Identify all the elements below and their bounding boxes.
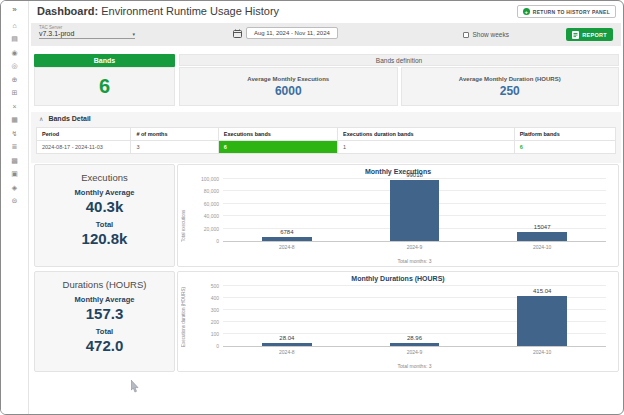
y-tick-label: 60,000 [204, 201, 219, 207]
sidebar: » ⌂ ▤ ◉ ◎ ⊕ ⊞ × ▦ ↯ ≣ ▩ ▣ ◈ ⊜ [1, 1, 29, 414]
monthly-durations-chart-title: Monthly Durations (HOURS) [178, 275, 618, 282]
show-weeks-label: Show weeks [473, 31, 510, 38]
show-weeks-group: Show weeks [463, 31, 510, 38]
x-tick-label: 2024-10 [533, 244, 551, 250]
bands-detail-table: Period # of months Executions bands Exec… [36, 127, 616, 154]
page-title-text: Environment Runtime Usage History [98, 5, 279, 17]
bar-value-label: 99018 [406, 172, 423, 178]
y-tick-label: 20,000 [204, 226, 219, 232]
table-header-row: Period # of months Executions bands Exec… [37, 128, 616, 141]
lightning-icon[interactable]: ↯ [1, 129, 28, 138]
avg-monthly-executions-card: Average Monthly Executions 6000 [179, 67, 398, 106]
return-to-history-panel-button[interactable]: + RETURN TO HISTORY PANEL [517, 5, 616, 18]
return-icon: + [523, 8, 530, 15]
tac-server-value: v7.3.1-prod [39, 30, 74, 37]
expand-sidebar-icon[interactable]: » [1, 5, 28, 14]
chevron-down-icon: ▾ [132, 31, 135, 37]
y-tick-label: 400 [211, 295, 219, 301]
collapse-caret-icon[interactable]: ∧ [39, 116, 43, 122]
feedback-icon[interactable]: ⊜ [1, 196, 28, 205]
globe-icon[interactable]: ◉ [1, 48, 28, 57]
x-tick-label: 2024-8 [279, 349, 295, 355]
bar-value-label: 15047 [534, 224, 551, 230]
bar-value-label: 6784 [280, 229, 293, 235]
tac-server-field: TAC Server v7.3.1-prod ▾ [39, 25, 135, 39]
x-axis-caption: Total months: 3 [223, 363, 606, 369]
y-tick-label: 100 [211, 331, 219, 337]
mouse-cursor [131, 380, 140, 393]
col-months: # of months [131, 128, 218, 141]
date-range-input[interactable]: Aug 11, 2024 - Nov 11, 2024 [246, 27, 338, 39]
executions-avg-value: 40.3k [86, 198, 124, 215]
x-tick-label: 2024-9 [407, 244, 423, 250]
y-tick-label: 100,000 [201, 176, 219, 182]
y-tick-label: 500 [211, 283, 219, 289]
bands-card: Bands 6 [34, 54, 175, 106]
report-icon [572, 31, 579, 39]
monthly-durations-plot: 010020030040050028.042024-828.962024-941… [223, 286, 606, 347]
bar [517, 296, 567, 346]
durations-total-label: Total [96, 327, 113, 336]
bar-value-label: 415.04 [533, 288, 551, 294]
executions-title: Executions [81, 172, 127, 183]
date-range-group: Aug 11, 2024 - Nov 11, 2024 [233, 27, 338, 39]
tools-icon[interactable]: × [1, 102, 28, 111]
toolbar: TAC Server v7.3.1-prod ▾ Aug 11, 2024 - … [31, 23, 621, 46]
y-axis-label: Total executions [181, 179, 186, 242]
report-button[interactable]: REPORT [566, 28, 613, 41]
calendar-icon[interactable] [233, 29, 242, 38]
x-axis-caption: Total months: 3 [223, 258, 606, 264]
executions-stat-card: Executions Monthly Average 40.3k Total 1… [34, 164, 175, 267]
cell-executions-duration-bands: 1 [338, 141, 515, 154]
x-tick-label: 2024-9 [407, 349, 423, 355]
bar-value-label: 28.04 [279, 335, 294, 341]
y-tick-label: 0 [216, 238, 219, 244]
durations-total-value: 472.0 [86, 337, 124, 354]
cell-months: 3 [131, 141, 218, 154]
cell-period: 2024-08-17 - 2024-11-03 [37, 141, 131, 154]
durations-stat-card: Durations (HOURS) Monthly Average 157.3 … [34, 271, 175, 372]
avg-monthly-executions-value: 6000 [275, 84, 302, 98]
building-icon[interactable]: ▣ [1, 169, 28, 178]
settings-icon[interactable]: ◎ [1, 61, 28, 70]
durations-title: Durations (HOURS) [63, 279, 147, 290]
bands-definition-section: Bands definition Average Monthly Executi… [179, 54, 619, 106]
monitor-icon[interactable]: ◈ [1, 183, 28, 192]
y-tick-label: 0 [216, 343, 219, 349]
page-title: Dashboard: Environment Runtime Usage His… [37, 5, 279, 17]
users-icon[interactable]: ⊞ [1, 88, 28, 97]
bar [390, 180, 440, 241]
bar [517, 232, 567, 241]
page-title-prefix: Dashboard: [37, 5, 98, 17]
modules-icon[interactable]: ▦ [1, 115, 28, 124]
table-row: 2024-08-17 - 2024-11-03 3 6 1 6 [37, 141, 616, 154]
show-weeks-checkbox[interactable] [463, 32, 469, 38]
user-icon[interactable]: ⊕ [1, 75, 28, 84]
y-tick-label: 40,000 [204, 213, 219, 219]
monthly-executions-plot: 020,00040,00060,00080,000100,00067842024… [223, 179, 606, 242]
avg-monthly-duration-value: 250 [500, 84, 520, 98]
bands-definition-header: Bands definition [179, 54, 619, 66]
durations-avg-value: 157.3 [86, 305, 124, 322]
hierarchy-icon[interactable]: ≣ [1, 142, 28, 151]
app-window: » ⌂ ▤ ◉ ◎ ⊕ ⊞ × ▦ ↯ ≣ ▩ ▣ ◈ ⊜ Dashboard:… [0, 0, 624, 415]
report-button-label: REPORT [582, 32, 607, 38]
tac-server-select[interactable]: v7.3.1-prod ▾ [39, 30, 135, 39]
bar [262, 237, 312, 241]
durations-avg-label: Monthly Average [75, 295, 135, 304]
document-icon[interactable]: ▤ [1, 34, 28, 43]
y-tick-label: 80,000 [204, 188, 219, 194]
avg-monthly-duration-label: Average Monthly Duration (HOURS) [459, 76, 561, 82]
home-icon[interactable]: ⌂ [1, 21, 28, 30]
y-tick-label: 200 [211, 319, 219, 325]
bands-card-header: Bands [34, 54, 175, 67]
monthly-executions-chart-title: Monthly Executions [178, 168, 618, 175]
avg-monthly-executions-label: Average Monthly Executions [247, 76, 329, 82]
cell-executions-bands: 6 [218, 141, 337, 154]
y-axis-label: Executions duration (HOURS) [181, 286, 186, 347]
grid-line [223, 285, 606, 286]
bands-detail-section: ∧ Bands Detail Period # of months Execut… [31, 112, 621, 163]
grid-icon[interactable]: ▩ [1, 156, 28, 165]
bands-detail-title: Bands Detail [48, 115, 90, 122]
x-tick-label: 2024-8 [279, 244, 295, 250]
